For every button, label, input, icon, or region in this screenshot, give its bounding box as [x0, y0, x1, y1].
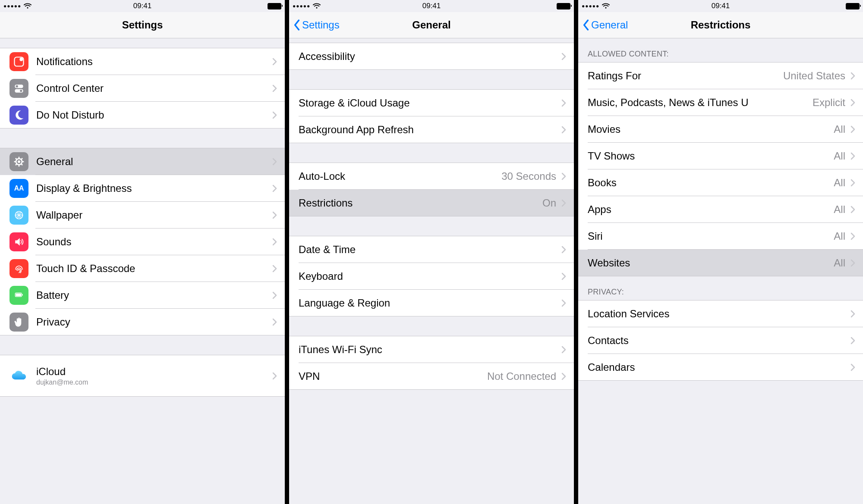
chevron-left-icon [293, 19, 300, 31]
settings-row-tv-shows[interactable]: TV ShowsAll [578, 143, 863, 169]
nav-bar: Settings [0, 12, 285, 38]
chevron-right-icon [850, 259, 855, 267]
row-detail: 30 Seconds [501, 170, 556, 182]
row-label: Display & Brightness [36, 182, 267, 194]
wifi-icon [602, 3, 610, 9]
settings-row-do-not-disturb[interactable]: Do Not Disturb [0, 102, 285, 128]
settings-row-accessibility[interactable]: Accessibility [289, 43, 574, 70]
svg-point-28 [316, 7, 318, 8]
row-detail: All [834, 257, 845, 269]
settings-row-restrictions[interactable]: RestrictionsOn [289, 190, 574, 216]
svg-rect-27 [22, 294, 23, 296]
group-spacer [0, 128, 285, 148]
settings-row-wallpaper[interactable]: Wallpaper [0, 202, 285, 229]
chevron-right-icon [850, 310, 855, 318]
row-label: Privacy [36, 316, 267, 328]
settings-row-calendars[interactable]: Calendars [578, 354, 863, 381]
settings-row-keyboard[interactable]: Keyboard [289, 263, 574, 290]
nav-bar: SettingsGeneral [289, 12, 574, 38]
wifi-icon [313, 3, 321, 9]
settings-row-books[interactable]: BooksAll [578, 169, 863, 196]
row-detail: All [834, 230, 845, 242]
chevron-right-icon [272, 372, 277, 380]
row-label: Siri [588, 230, 828, 242]
row-detail: All [834, 150, 845, 162]
display-brightness-icon: AA [9, 179, 28, 198]
settings-row-general[interactable]: General [0, 148, 285, 175]
settings-row-display-brightness[interactable]: AADisplay & Brightness [0, 175, 285, 202]
svg-point-0 [27, 7, 28, 8]
group-spacer [0, 335, 285, 355]
row-label: Calendars [588, 361, 845, 373]
svg-point-16 [18, 160, 20, 163]
chevron-right-icon [850, 179, 855, 187]
chevron-right-icon [561, 272, 566, 280]
settings-row-touch-id-passcode[interactable]: Touch ID & Passcode [0, 255, 285, 282]
nav-back-label: General [591, 19, 628, 31]
nav-back-button[interactable]: Settings [289, 19, 340, 31]
row-label: Ratings For [588, 70, 778, 82]
row-label: Control Center [36, 82, 267, 94]
chevron-right-icon [561, 53, 566, 60]
cloud-icon [9, 366, 28, 385]
settings-row-movies[interactable]: MoviesAll [578, 116, 863, 143]
row-label: Music, Podcasts, News & iTunes U [588, 97, 807, 109]
row-label: Battery [36, 289, 267, 301]
row-detail: United States [783, 70, 845, 82]
row-detail: All [834, 177, 845, 189]
chevron-right-icon [561, 126, 566, 134]
wallpaper-icon [9, 206, 28, 225]
settings-row-siri[interactable]: SiriAll [578, 223, 863, 250]
settings-row-background-app-refresh[interactable]: Background App Refresh [289, 116, 574, 143]
settings-row-privacy[interactable]: Privacy [0, 309, 285, 335]
chevron-right-icon [272, 291, 277, 299]
settings-row-sounds[interactable]: Sounds [0, 229, 285, 255]
settings-row-contacts[interactable]: Contacts [578, 327, 863, 354]
row-label: Sounds [36, 236, 267, 248]
chevron-right-icon [850, 125, 855, 133]
row-label: Background App Refresh [299, 124, 556, 136]
settings-row-notifications[interactable]: Notifications [0, 48, 285, 75]
nav-back-label: Settings [302, 19, 340, 31]
chevron-right-icon [272, 318, 277, 326]
row-label: VPN [299, 370, 482, 382]
settings-row-apps[interactable]: AppsAll [578, 196, 863, 223]
battery-icon [268, 3, 281, 9]
row-label: Restrictions [299, 197, 537, 209]
settings-row-location-services[interactable]: Location Services [578, 301, 863, 327]
chevron-right-icon [850, 152, 855, 160]
row-label: Auto-Lock [299, 170, 496, 182]
settings-row-websites[interactable]: WebsitesAll [578, 250, 863, 276]
settings-row-ratings-for[interactable]: Ratings ForUnited States [578, 63, 863, 89]
settings-row-vpn[interactable]: VPNNot Connected [289, 363, 574, 390]
chevron-right-icon [850, 363, 855, 371]
settings-row-language-region[interactable]: Language & Region [289, 290, 574, 316]
chevron-right-icon [850, 206, 855, 213]
row-label: Keyboard [299, 270, 556, 282]
fingerprint-icon [9, 259, 28, 278]
page-title: Settings [0, 19, 285, 31]
battery-icon [557, 3, 570, 9]
group-spacer [0, 38, 285, 48]
svg-line-13 [16, 158, 16, 159]
settings-row-auto-lock[interactable]: Auto-Lock30 Seconds [289, 163, 574, 190]
row-detail: Not Connected [487, 370, 556, 382]
nav-back-button[interactable]: General [578, 19, 628, 31]
settings-row-control-center[interactable]: Control Center [0, 75, 285, 102]
settings-row-battery[interactable]: Battery [0, 282, 285, 309]
settings-row-itunes-wifi-sync[interactable]: iTunes Wi-Fi Sync [289, 336, 574, 363]
row-label: TV Shows [588, 150, 828, 162]
row-label: General [36, 156, 267, 168]
moon-icon [9, 106, 28, 125]
content-area: NotificationsControl CenterDo Not Distur… [0, 38, 285, 504]
row-label: Location Services [588, 308, 845, 320]
svg-text:AA: AA [14, 185, 24, 192]
hand-icon [9, 313, 28, 332]
settings-row-icloud[interactable]: iClouddujkan@me.com [0, 355, 285, 397]
group-spacer [289, 38, 574, 43]
settings-row-date-time[interactable]: Date & Time [289, 236, 574, 263]
general-screen: ●●●●●09:41SettingsGeneralAccessibilitySt… [289, 0, 578, 504]
settings-row-storage-icloud[interactable]: Storage & iCloud Usage [289, 90, 574, 116]
settings-row-music-podcasts[interactable]: Music, Podcasts, News & iTunes UExplicit [578, 89, 863, 116]
chevron-right-icon [272, 185, 277, 192]
